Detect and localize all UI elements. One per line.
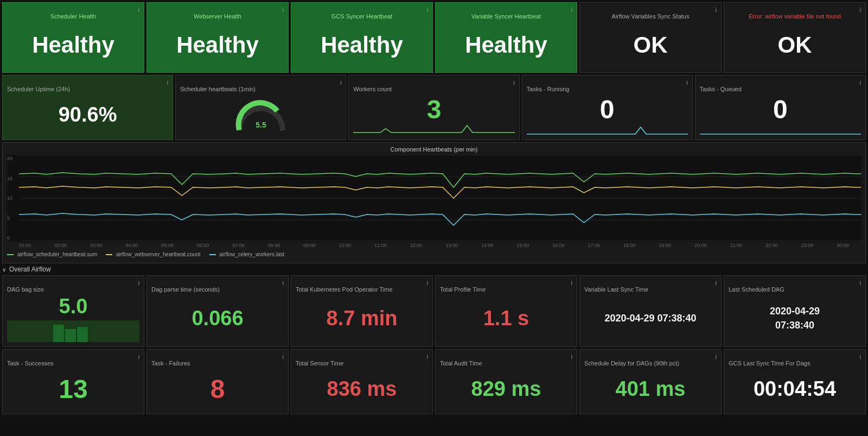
- sensor-time-title: Total Sensor Time: [296, 360, 428, 367]
- task-successes-value: 13: [7, 369, 139, 409]
- dag-bar-chart: [7, 320, 139, 342]
- workers-value: 3: [353, 94, 514, 124]
- info-icon-dag-bag[interactable]: i: [138, 280, 139, 286]
- card-total-k8s-pod: i Total Kubernetes Pod Operator Time 8.7…: [291, 275, 433, 347]
- var-sync-value: 2020-04-29 07:38:40: [584, 295, 717, 342]
- info-icon-heartbeats[interactable]: i: [340, 80, 341, 86]
- info-icon-dag-parse[interactable]: i: [283, 280, 284, 286]
- info-icon-gcs-syncer[interactable]: i: [427, 7, 428, 13]
- section-label: Overall Airflow: [9, 266, 51, 273]
- uptime-title: Scheduler Uptime (24h): [7, 86, 168, 92]
- tasks-queued-title: Tasks - Queued: [700, 86, 861, 92]
- scheduler-health-value: Healthy: [7, 22, 139, 68]
- tasks-running-title: Tasks - Running: [527, 86, 688, 92]
- tasks-running-value: 0: [527, 94, 688, 124]
- audit-time-value: 829 ms: [440, 369, 572, 409]
- legend-dot-scheduler: [7, 254, 14, 255]
- info-icon-sensor-time[interactable]: i: [427, 354, 428, 360]
- info-icon-gcs-last-sync[interactable]: i: [860, 354, 861, 360]
- error-airflow-value: OK: [729, 22, 861, 68]
- card-total-sensor-time: i Total Sensor Time 836 ms: [291, 349, 433, 414]
- sensor-time-value: 836 ms: [296, 369, 428, 409]
- gcs-syncer-value: Healthy: [296, 22, 428, 68]
- gauge-value: 5.5: [256, 120, 266, 129]
- info-icon-k8s-pod[interactable]: i: [427, 280, 428, 286]
- profile-time-title: Total Profile Time: [440, 286, 572, 293]
- chart-y-labels: 20 15 10 5 0: [7, 155, 19, 242]
- top-status-row: i Scheduler Health Healthy i Webserver H…: [2, 2, 866, 73]
- scheduler-health-title: Scheduler Health: [7, 13, 139, 20]
- k8s-pod-value: 8.7 min: [296, 295, 428, 342]
- gauge-svg: 5.5: [234, 96, 288, 134]
- gcs-last-sync-value: 00:04:54: [729, 369, 861, 409]
- info-icon-audit-time[interactable]: i: [571, 354, 572, 360]
- info-icon-schedule-delay[interactable]: i: [716, 354, 717, 360]
- dag-bag-title: DAG bag size: [7, 286, 139, 293]
- info-icon-profile-time[interactable]: i: [571, 280, 572, 286]
- info-icon-airflow-vars[interactable]: i: [716, 7, 717, 13]
- legend-item-webserver: airflow_webserver_heartbeat.count: [106, 251, 200, 257]
- card-gcs-syncer: i GCS Syncer Heartbeat Healthy: [291, 2, 433, 73]
- card-schedule-delay: i Schedule Delay for DAGs (90th pct) 401…: [579, 349, 722, 414]
- info-icon-tasks-running[interactable]: i: [687, 80, 688, 86]
- webserver-health-value: Healthy: [151, 22, 284, 68]
- schedule-delay-value: 401 ms: [584, 369, 717, 409]
- variable-syncer-value: Healthy: [440, 22, 572, 68]
- legend-dot-webserver: [106, 254, 112, 255]
- chart-row: Component Heartbeats (per min) 20 15 10 …: [2, 142, 866, 263]
- airflow-vars-value: OK: [584, 22, 717, 68]
- card-dag-bag-size: i DAG bag size 5.0: [2, 275, 144, 347]
- card-scheduler-health: i Scheduler Health Healthy: [2, 2, 144, 73]
- card-scheduler-heartbeats: i Scheduler heartbeats (1min) 5.5: [175, 75, 346, 140]
- last-scheduled-value: 2020-04-2907:38:40: [729, 295, 861, 342]
- card-variable-syncer: i Variable Syncer Heartbeat Healthy: [435, 2, 577, 73]
- card-total-profile-time: i Total Profile Time 1.1 s: [435, 275, 577, 347]
- tasks-queued-value: 0: [700, 94, 861, 124]
- chart-title: Component Heartbeats (per min): [7, 146, 861, 153]
- card-webserver-health: i Webserver Health Healthy: [146, 2, 289, 73]
- dag-parse-title: Dag parse time (seconds): [151, 286, 284, 293]
- chart-canvas: 20 15 10 5 0: [7, 155, 861, 242]
- info-icon-var-sync[interactable]: i: [716, 280, 717, 286]
- info-icon-variable-syncer[interactable]: i: [571, 7, 572, 13]
- schedule-delay-title: Schedule Delay for DAGs (90th pct): [584, 360, 717, 367]
- var-sync-title: Variable Last Sync Time: [584, 286, 717, 293]
- audit-time-title: Total Audit Time: [440, 360, 572, 367]
- k8s-pod-title: Total Kubernetes Pod Operator Time: [296, 286, 428, 293]
- info-icon-last-scheduled[interactable]: i: [860, 280, 861, 286]
- task-failures-title: Task - Failures: [151, 360, 284, 367]
- gcs-last-sync-title: GCS Last Sync Time For Dags: [729, 360, 861, 367]
- legend-item-celery: airflow_celery_workers.last: [209, 251, 285, 257]
- info-icon-uptime[interactable]: i: [167, 80, 168, 86]
- card-variable-last-sync: i Variable Last Sync Time 2020-04-29 07:…: [579, 275, 722, 347]
- card-workers-count: i Workers count 3: [348, 75, 519, 140]
- info-icon-workers[interactable]: i: [513, 80, 514, 86]
- overall-airflow-section-header[interactable]: ∨ Overall Airflow: [2, 266, 866, 273]
- card-airflow-vars-sync: i Airflow Variables Sync Status OK: [579, 2, 722, 73]
- info-icon-task-successes[interactable]: i: [138, 354, 139, 360]
- info-icon-tasks-queued[interactable]: i: [860, 80, 861, 86]
- webserver-health-title: Webserver Health: [151, 13, 284, 20]
- card-task-successes: i Task - Successes 13: [2, 349, 144, 414]
- card-error-airflow: i Error: airflow variable file not found…: [724, 2, 866, 73]
- overall-row-1: i DAG bag size 5.0 i Dag parse time (sec…: [2, 275, 866, 347]
- chart-legend: airflow_scheduler_heartbeat.sum airflow_…: [7, 249, 861, 260]
- tasks-queued-sparkline: [700, 124, 861, 135]
- card-total-audit-time: i Total Audit Time 829 ms: [435, 349, 577, 414]
- workers-title: Workers count: [353, 86, 514, 92]
- info-icon-scheduler-health[interactable]: i: [138, 7, 139, 13]
- chart-svg: [19, 155, 861, 242]
- info-icon-webserver-health[interactable]: i: [283, 7, 284, 13]
- uptime-value: 90.6%: [7, 94, 168, 135]
- gauge-container: 5.5: [180, 94, 341, 135]
- info-icon-task-failures[interactable]: i: [283, 354, 284, 360]
- overall-row-2: i Task - Successes 13 i Task - Failures …: [2, 349, 866, 414]
- chevron-icon: ∨: [2, 267, 6, 273]
- card-gcs-last-sync: i GCS Last Sync Time For Dags 00:04:54: [724, 349, 866, 414]
- dag-bag-value: 5.0: [7, 295, 139, 318]
- variable-syncer-title: Variable Syncer Heartbeat: [440, 13, 572, 20]
- info-icon-error-airflow[interactable]: i: [860, 7, 861, 13]
- card-tasks-running: i Tasks - Running 0: [522, 75, 693, 140]
- legend-item-scheduler: airflow_scheduler_heartbeat.sum: [7, 251, 97, 257]
- error-airflow-title: Error: airflow variable file not found: [729, 13, 861, 20]
